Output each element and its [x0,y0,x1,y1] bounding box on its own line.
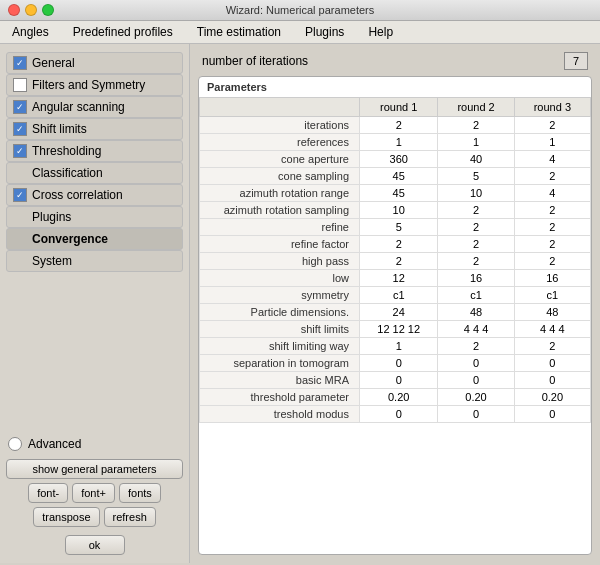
params-panel: Parameters round 1round 2round 3 iterati… [198,76,592,555]
advanced-label: Advanced [28,437,81,451]
transpose-button[interactable]: transpose [33,507,99,527]
param-name-3: cone sampling [200,168,360,185]
param-name-13: shift limiting way [200,338,360,355]
param-name-1: references [200,134,360,151]
param-val-15-2: 0 [514,372,590,389]
param-name-7: refine factor [200,236,360,253]
param-val-17-1: 0 [438,406,514,423]
param-val-16-1: 0.20 [438,389,514,406]
checkbox-filters-symmetry[interactable] [13,78,27,92]
col-header-name [200,98,360,117]
sidebar-item-cross-correlation[interactable]: ✓Cross correlation [6,184,183,206]
param-name-17: treshold modus [200,406,360,423]
sidebar-label-filters-symmetry: Filters and Symmetry [32,78,145,92]
sidebar-label-system: System [32,254,72,268]
sidebar-item-plugins[interactable]: Plugins [6,206,183,228]
table-row: refine522 [200,219,591,236]
sidebar-item-angular-scanning[interactable]: ✓Angular scanning [6,96,183,118]
menu-predefined-profiles[interactable]: Predefined profiles [69,24,177,40]
title-bar: Wizard: Numerical parameters [0,0,600,21]
spacer-plugins [13,210,27,224]
param-val-11-0: 24 [360,304,438,321]
sidebar-item-thresholding[interactable]: ✓Thresholding [6,140,183,162]
table-row: references111 [200,134,591,151]
param-val-2-0: 360 [360,151,438,168]
col-header-round-1: round 1 [360,98,438,117]
spacer-convergence [13,232,27,246]
param-val-10-2: c1 [514,287,590,304]
spacer-system [13,254,27,268]
advanced-radio[interactable] [8,437,22,451]
param-val-15-0: 0 [360,372,438,389]
close-button[interactable] [8,4,20,16]
param-val-2-1: 40 [438,151,514,168]
iterations-spinner[interactable]: 7 [564,52,588,70]
param-val-6-1: 2 [438,219,514,236]
param-val-12-1: 4 4 4 [438,321,514,338]
menu-time-estimation[interactable]: Time estimation [193,24,285,40]
menu-bar: Angles Predefined profiles Time estimati… [0,21,600,44]
param-name-9: low [200,270,360,287]
param-val-9-1: 16 [438,270,514,287]
param-val-4-2: 4 [514,185,590,202]
sidebar-label-convergence: Convergence [32,232,108,246]
sidebar-label-general: General [32,56,75,70]
checkbox-thresholding[interactable]: ✓ [13,144,27,158]
param-val-9-2: 16 [514,270,590,287]
minimize-button[interactable] [25,4,37,16]
param-val-3-0: 45 [360,168,438,185]
table-row: Particle dimensions.244848 [200,304,591,321]
params-table-wrap[interactable]: round 1round 2round 3 iterations222refer… [199,97,591,554]
sidebar-item-convergence[interactable]: Convergence [6,228,183,250]
fonts-button[interactable]: fonts [119,483,161,503]
param-name-15: basic MRA [200,372,360,389]
iterations-label: number of iterations [202,54,308,68]
table-row: iterations222 [200,117,591,134]
param-val-15-1: 0 [438,372,514,389]
advanced-row: Advanced [6,433,183,455]
param-val-14-0: 0 [360,355,438,372]
param-val-4-0: 45 [360,185,438,202]
sidebar-item-shift-limits[interactable]: ✓Shift limits [6,118,183,140]
checkbox-cross-correlation[interactable]: ✓ [13,188,27,202]
iterations-value: 7 [573,55,579,67]
sidebar-item-system[interactable]: System [6,250,183,272]
font-minus-button[interactable]: font- [28,483,68,503]
sidebar-item-classification[interactable]: Classification [6,162,183,184]
param-val-11-1: 48 [438,304,514,321]
param-val-3-2: 2 [514,168,590,185]
sidebar-label-angular-scanning: Angular scanning [32,100,125,114]
sidebar-item-filters-symmetry[interactable]: Filters and Symmetry [6,74,183,96]
param-val-13-1: 2 [438,338,514,355]
zoom-button[interactable] [42,4,54,16]
param-val-6-2: 2 [514,219,590,236]
menu-plugins[interactable]: Plugins [301,24,348,40]
table-row: refine factor222 [200,236,591,253]
table-row: low121616 [200,270,591,287]
param-val-2-2: 4 [514,151,590,168]
params-label: Parameters [199,77,591,97]
window-title: Wizard: Numerical parameters [226,4,375,16]
ok-button[interactable]: ok [65,535,125,555]
spacer-classification [13,166,27,180]
param-val-12-2: 4 4 4 [514,321,590,338]
table-row: shift limiting way122 [200,338,591,355]
menu-help[interactable]: Help [364,24,397,40]
param-val-10-1: c1 [438,287,514,304]
table-row: high pass222 [200,253,591,270]
refresh-button[interactable]: refresh [104,507,156,527]
sidebar-item-general[interactable]: ✓General [6,52,183,74]
sidebar-label-shift-limits: Shift limits [32,122,87,136]
menu-angles[interactable]: Angles [8,24,53,40]
param-val-7-0: 2 [360,236,438,253]
checkbox-angular-scanning[interactable]: ✓ [13,100,27,114]
param-val-13-0: 1 [360,338,438,355]
checkbox-shift-limits[interactable]: ✓ [13,122,27,136]
table-row: azimuth rotation range45104 [200,185,591,202]
param-val-5-1: 2 [438,202,514,219]
font-plus-button[interactable]: font+ [72,483,115,503]
show-general-parameters-button[interactable]: show general parameters [6,459,183,479]
param-val-7-1: 2 [438,236,514,253]
checkbox-general[interactable]: ✓ [13,56,27,70]
params-table: round 1round 2round 3 iterations222refer… [199,97,591,423]
